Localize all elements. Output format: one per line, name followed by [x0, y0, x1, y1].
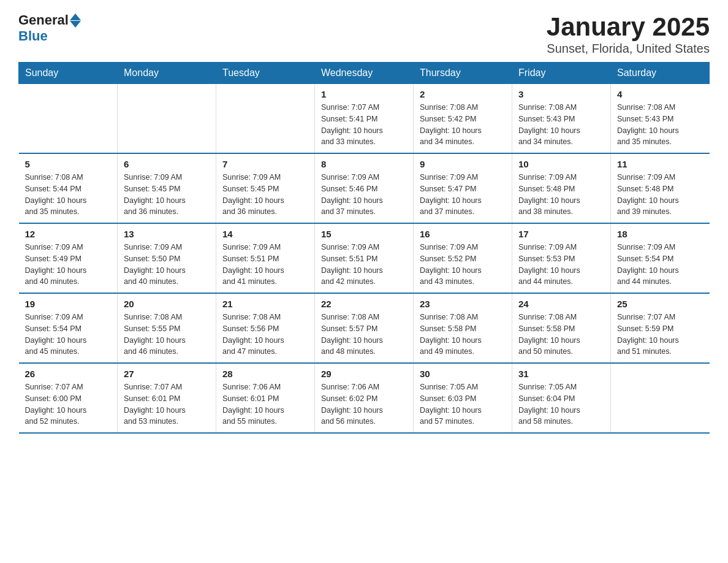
day-number: 3 — [518, 89, 604, 99]
calendar-cell: 9Sunrise: 7:09 AMSunset: 5:47 PMDaylight… — [414, 153, 512, 223]
day-info: Sunrise: 7:08 AMSunset: 5:44 PMDaylight:… — [25, 172, 112, 218]
day-number: 11 — [617, 159, 703, 169]
calendar-cell: 16Sunrise: 7:09 AMSunset: 5:52 PMDayligh… — [414, 223, 512, 293]
day-number: 29 — [321, 369, 407, 379]
day-number: 25 — [617, 299, 703, 309]
day-number: 9 — [420, 159, 506, 169]
day-info: Sunrise: 7:08 AMSunset: 5:42 PMDaylight:… — [420, 102, 506, 148]
day-info: Sunrise: 7:09 AMSunset: 5:45 PMDaylight:… — [124, 172, 210, 218]
day-info: Sunrise: 7:09 AMSunset: 5:47 PMDaylight:… — [420, 172, 506, 218]
day-number: 2 — [420, 89, 506, 99]
calendar-cell: 8Sunrise: 7:09 AMSunset: 5:46 PMDaylight… — [315, 153, 414, 223]
calendar-table: SundayMondayTuesdayWednesdayThursdayFrid… — [18, 62, 710, 434]
day-info: Sunrise: 7:09 AMSunset: 5:45 PMDaylight:… — [222, 172, 308, 218]
calendar-cell: 6Sunrise: 7:09 AMSunset: 5:45 PMDaylight… — [118, 153, 216, 223]
day-number: 12 — [25, 229, 112, 239]
calendar-week-row: 19Sunrise: 7:09 AMSunset: 5:54 PMDayligh… — [19, 293, 710, 363]
calendar-cell: 10Sunrise: 7:09 AMSunset: 5:48 PMDayligh… — [512, 153, 611, 223]
day-info: Sunrise: 7:09 AMSunset: 5:51 PMDaylight:… — [321, 242, 407, 288]
page-title: January 2025 — [547, 12, 710, 42]
day-info: Sunrise: 7:08 AMSunset: 5:43 PMDaylight:… — [518, 102, 604, 148]
day-number: 30 — [420, 369, 506, 379]
calendar-cell: 24Sunrise: 7:08 AMSunset: 5:58 PMDayligh… — [512, 293, 611, 363]
day-info: Sunrise: 7:09 AMSunset: 5:54 PMDaylight:… — [25, 312, 112, 358]
title-section: January 2025 Sunset, Florida, United Sta… — [547, 12, 710, 56]
calendar-week-row: 26Sunrise: 7:07 AMSunset: 6:00 PMDayligh… — [19, 363, 710, 433]
calendar-cell: 18Sunrise: 7:09 AMSunset: 5:54 PMDayligh… — [611, 223, 710, 293]
calendar-day-header: Sunday — [19, 63, 118, 84]
calendar-cell: 31Sunrise: 7:05 AMSunset: 6:04 PMDayligh… — [512, 363, 611, 433]
day-info: Sunrise: 7:06 AMSunset: 6:01 PMDaylight:… — [222, 381, 308, 427]
calendar-cell: 1Sunrise: 7:07 AMSunset: 5:41 PMDaylight… — [315, 84, 414, 154]
day-info: Sunrise: 7:08 AMSunset: 5:55 PMDaylight:… — [124, 312, 210, 358]
calendar-day-header: Saturday — [611, 63, 710, 84]
calendar-day-header: Monday — [118, 63, 216, 84]
day-number: 13 — [124, 229, 210, 239]
day-number: 17 — [518, 229, 604, 239]
calendar-day-header: Wednesday — [315, 63, 414, 84]
day-number: 26 — [25, 369, 112, 379]
day-info: Sunrise: 7:05 AMSunset: 6:04 PMDaylight:… — [518, 381, 604, 427]
day-number: 8 — [321, 159, 407, 169]
day-number: 18 — [617, 229, 703, 239]
day-info: Sunrise: 7:06 AMSunset: 6:02 PMDaylight:… — [321, 381, 407, 427]
calendar-week-row: 1Sunrise: 7:07 AMSunset: 5:41 PMDaylight… — [19, 84, 710, 154]
calendar-cell: 3Sunrise: 7:08 AMSunset: 5:43 PMDaylight… — [512, 84, 611, 154]
page-subtitle: Sunset, Florida, United States — [547, 42, 710, 56]
day-info: Sunrise: 7:09 AMSunset: 5:50 PMDaylight:… — [124, 242, 210, 288]
calendar-cell: 11Sunrise: 7:09 AMSunset: 5:48 PMDayligh… — [611, 153, 710, 223]
calendar-cell: 28Sunrise: 7:06 AMSunset: 6:01 PMDayligh… — [216, 363, 315, 433]
day-info: Sunrise: 7:08 AMSunset: 5:56 PMDaylight:… — [222, 312, 308, 358]
calendar-cell: 2Sunrise: 7:08 AMSunset: 5:42 PMDaylight… — [414, 84, 512, 154]
day-info: Sunrise: 7:09 AMSunset: 5:52 PMDaylight:… — [420, 242, 506, 288]
day-info: Sunrise: 7:09 AMSunset: 5:48 PMDaylight:… — [617, 172, 703, 218]
day-number: 1 — [321, 89, 407, 99]
day-info: Sunrise: 7:09 AMSunset: 5:51 PMDaylight:… — [222, 242, 308, 288]
calendar-cell: 29Sunrise: 7:06 AMSunset: 6:02 PMDayligh… — [315, 363, 414, 433]
day-info: Sunrise: 7:08 AMSunset: 5:43 PMDaylight:… — [617, 102, 703, 148]
day-number: 21 — [222, 299, 308, 309]
calendar-cell: 13Sunrise: 7:09 AMSunset: 5:50 PMDayligh… — [118, 223, 216, 293]
calendar-day-header: Friday — [512, 63, 611, 84]
day-number: 24 — [518, 299, 604, 309]
day-info: Sunrise: 7:08 AMSunset: 5:57 PMDaylight:… — [321, 312, 407, 358]
day-number: 23 — [420, 299, 506, 309]
calendar-day-header: Tuesday — [216, 63, 315, 84]
calendar-week-row: 12Sunrise: 7:09 AMSunset: 5:49 PMDayligh… — [19, 223, 710, 293]
day-number: 15 — [321, 229, 407, 239]
day-info: Sunrise: 7:08 AMSunset: 5:58 PMDaylight:… — [518, 312, 604, 358]
calendar-cell: 12Sunrise: 7:09 AMSunset: 5:49 PMDayligh… — [19, 223, 118, 293]
page-header: General Blue January 2025 Sunset, Florid… — [18, 12, 710, 56]
calendar-cell: 5Sunrise: 7:08 AMSunset: 5:44 PMDaylight… — [19, 153, 118, 223]
day-number: 22 — [321, 299, 407, 309]
calendar-cell: 19Sunrise: 7:09 AMSunset: 5:54 PMDayligh… — [19, 293, 118, 363]
day-info: Sunrise: 7:07 AMSunset: 6:01 PMDaylight:… — [124, 381, 210, 427]
calendar-cell: 7Sunrise: 7:09 AMSunset: 5:45 PMDaylight… — [216, 153, 315, 223]
calendar-header-row: SundayMondayTuesdayWednesdayThursdayFrid… — [19, 63, 710, 84]
calendar-cell: 22Sunrise: 7:08 AMSunset: 5:57 PMDayligh… — [315, 293, 414, 363]
calendar-cell: 30Sunrise: 7:05 AMSunset: 6:03 PMDayligh… — [414, 363, 512, 433]
day-info: Sunrise: 7:09 AMSunset: 5:53 PMDaylight:… — [518, 242, 604, 288]
calendar-cell: 20Sunrise: 7:08 AMSunset: 5:55 PMDayligh… — [118, 293, 216, 363]
day-number: 31 — [518, 369, 604, 379]
calendar-day-header: Thursday — [414, 63, 512, 84]
calendar-week-row: 5Sunrise: 7:08 AMSunset: 5:44 PMDaylight… — [19, 153, 710, 223]
calendar-cell — [216, 84, 315, 154]
day-number: 5 — [25, 159, 112, 169]
day-number: 7 — [222, 159, 308, 169]
logo-general: General — [18, 12, 69, 28]
day-number: 6 — [124, 159, 210, 169]
day-info: Sunrise: 7:09 AMSunset: 5:48 PMDaylight:… — [518, 172, 604, 218]
day-number: 14 — [222, 229, 308, 239]
day-info: Sunrise: 7:08 AMSunset: 5:58 PMDaylight:… — [420, 312, 506, 358]
calendar-cell: 21Sunrise: 7:08 AMSunset: 5:56 PMDayligh… — [216, 293, 315, 363]
logo-blue: Blue — [18, 28, 48, 44]
day-info: Sunrise: 7:07 AMSunset: 6:00 PMDaylight:… — [25, 381, 112, 427]
day-number: 19 — [25, 299, 112, 309]
calendar-cell: 23Sunrise: 7:08 AMSunset: 5:58 PMDayligh… — [414, 293, 512, 363]
calendar-cell: 27Sunrise: 7:07 AMSunset: 6:01 PMDayligh… — [118, 363, 216, 433]
day-number: 28 — [222, 369, 308, 379]
day-number: 16 — [420, 229, 506, 239]
day-info: Sunrise: 7:05 AMSunset: 6:03 PMDaylight:… — [420, 381, 506, 427]
day-number: 10 — [518, 159, 604, 169]
